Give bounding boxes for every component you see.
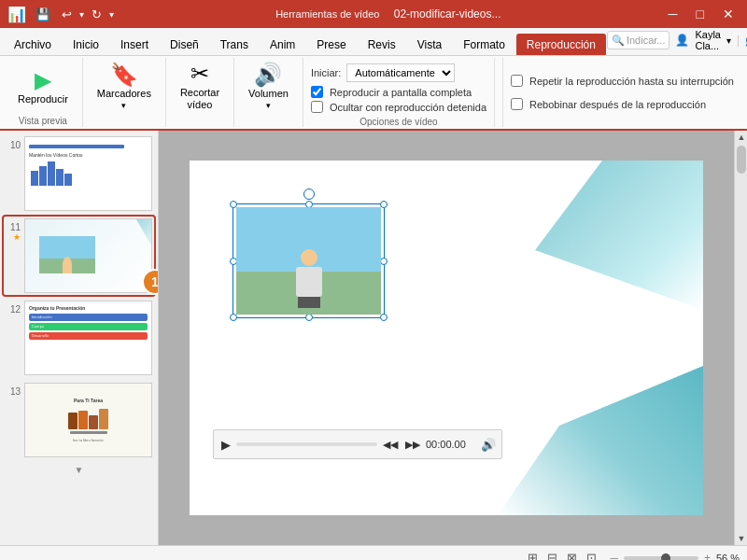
play-label: Reproducir: [18, 93, 68, 105]
slide-number-13: 13: [6, 386, 21, 397]
minimize-button[interactable]: ─: [663, 5, 684, 23]
scroll-up-arrow[interactable]: ▲: [735, 131, 747, 144]
ribbon: ▶ Reproducir Vista previa 🔖 Marcadores ▾…: [0, 56, 747, 131]
tab-reproduccion[interactable]: Reproducción: [516, 34, 606, 55]
person-legs: [298, 297, 320, 308]
volume-icon: 🔊: [254, 63, 282, 86]
video-progress-bar[interactable]: [236, 442, 377, 446]
tab-diseno[interactable]: Diseñ: [160, 34, 209, 55]
scroll-down-arrow[interactable]: ▼: [735, 532, 747, 545]
undo-dropdown-icon[interactable]: ▾: [79, 9, 84, 20]
tab-anim[interactable]: Anim: [260, 34, 305, 55]
bookmarks-icon: 🔖: [110, 63, 138, 86]
hide-checkbox[interactable]: [311, 101, 323, 113]
slide-panel: 1 10 Mantén los Vídeos Cortos: [0, 131, 159, 545]
ribbon-group-trim: ✂ Recortarvídeo .: [166, 58, 234, 127]
slide-canvas: ▶ ◀◀ ▶▶ 00:00.00 🔊: [190, 161, 703, 515]
volume-button[interactable]: 🔊 Volumen ▾: [242, 60, 295, 114]
bg-shape-bottom-right: [498, 366, 703, 515]
scroll-thumb[interactable]: [737, 146, 746, 174]
scroll-track: [735, 144, 747, 532]
start-select[interactable]: Automáticamente Al hacer clic: [346, 63, 455, 82]
filename: 02-modificar-videos...: [394, 7, 501, 21]
zoom-plus-icon: +: [704, 552, 711, 561]
fullscreen-label: Reproducir a pantalla completa: [330, 87, 472, 98]
volume-label: Volumen: [248, 88, 289, 99]
slide-thumb-13: Para Ti Tarea lee tu libro favorito: [24, 383, 152, 457]
slide-panel-scroll-down[interactable]: ▼: [4, 463, 154, 477]
tab-revis[interactable]: Revis: [358, 34, 406, 55]
user-name: Kayla Cla...: [695, 29, 721, 51]
zoom-slider-thumb[interactable]: [661, 553, 670, 561]
slide-number-11: 11: [6, 222, 21, 232]
user-dropdown-icon[interactable]: ▾: [726, 35, 731, 46]
tab-archivo[interactable]: Archivo: [4, 34, 62, 55]
preview-group-content: ▶ Reproducir: [11, 60, 75, 114]
user-separator: |: [737, 34, 740, 47]
bookmarks-dropdown: ▾: [121, 101, 126, 110]
slide-item-12[interactable]: 12 Organiza tu Presentación Introducción…: [4, 299, 154, 377]
video-play-button[interactable]: ▶: [219, 436, 233, 454]
view-reading-button[interactable]: ⊠: [565, 549, 579, 560]
tab-prese[interactable]: Prese: [306, 34, 356, 55]
close-button[interactable]: ✕: [717, 5, 740, 23]
video-scene: [236, 207, 381, 315]
slide-item-10[interactable]: 10 Mantén los Vídeos Cortos: [4, 134, 154, 213]
start-label: Iniciar:: [311, 67, 341, 78]
search-box[interactable]: 🔍 Indicar...: [607, 31, 670, 49]
main-area: 1 10 Mantén los Vídeos Cortos: [0, 131, 747, 545]
volume-button[interactable]: 🔊: [481, 438, 496, 452]
zoom-minus-icon: ─: [610, 552, 618, 561]
bookmarks-label: Marcadores: [97, 88, 151, 99]
play-button[interactable]: ▶ Reproducir: [11, 60, 75, 114]
trim-group-content: ✂ Recortarvídeo: [174, 60, 226, 114]
volume-group-content: 🔊 Volumen ▾: [242, 60, 295, 114]
tab-trans[interactable]: Trans: [210, 34, 259, 55]
bookmarks-button[interactable]: 🔖 Marcadores ▾: [91, 60, 158, 114]
volume-dropdown: ▾: [266, 101, 271, 110]
rewind-row: Rebobinar después de la reproducción: [511, 98, 734, 110]
handle-bl[interactable]: [230, 314, 237, 321]
options-row3: Ocultar con reproducción detenida: [311, 101, 486, 113]
slide-item-11[interactable]: 11 ★: [4, 217, 154, 295]
bookmarks-group-content: 🔖 Marcadores ▾: [91, 60, 158, 114]
video-forward-button[interactable]: ▶▶: [403, 437, 422, 453]
video-back-button[interactable]: ◀◀: [381, 437, 400, 453]
tab-vista[interactable]: Vista: [407, 34, 452, 55]
zoom-slider[interactable]: [624, 556, 698, 560]
tab-inicio[interactable]: Inicio: [63, 34, 109, 55]
bg-shape-top-right: [535, 161, 703, 310]
view-present-button[interactable]: ⊡: [585, 549, 599, 560]
hide-label: Ocultar con reproducción detenida: [330, 102, 486, 113]
canvas-scrollbar-v: ▲ ▼: [734, 131, 747, 545]
restore-button[interactable]: □: [691, 5, 710, 23]
handle-mr[interactable]: [380, 258, 388, 265]
rotate-handle[interactable]: [303, 189, 315, 200]
ribbon-tabs: Archivo Inicio Insert Diseñ Trans Anim P…: [0, 28, 747, 56]
person-body: [296, 267, 322, 297]
handle-tr[interactable]: [380, 201, 388, 208]
video-element[interactable]: [236, 207, 381, 315]
loop-checkbox[interactable]: [511, 75, 523, 87]
trim-button[interactable]: ✂ Recortarvídeo: [174, 60, 226, 114]
video-person: [290, 249, 328, 305]
search-placeholder: Indicar...: [627, 35, 666, 46]
handle-bm[interactable]: [305, 314, 313, 321]
slide-item-13[interactable]: 13 Para Ti Tarea lee tu libro favorito: [4, 381, 154, 459]
ribbon-group-bookmarks: 🔖 Marcadores ▾ .: [83, 58, 166, 127]
save-button[interactable]: 💾: [32, 6, 54, 23]
zoom-percent: 56 %: [716, 553, 740, 561]
ribbon-group-right-options: Repetir la reproducción hasta su interru…: [502, 58, 741, 127]
user-icon: 👤: [675, 34, 689, 47]
preview-group-label: Vista previa: [19, 114, 67, 126]
view-normal-button[interactable]: ⊞: [526, 549, 540, 560]
tab-insert[interactable]: Insert: [110, 34, 159, 55]
redo-button[interactable]: ↻: [88, 6, 106, 23]
slide-thumb-10: Mantén los Vídeos Cortos: [24, 136, 152, 211]
handle-br[interactable]: [380, 314, 388, 321]
view-grid-button[interactable]: ⊟: [545, 549, 559, 560]
fullscreen-checkbox[interactable]: [311, 86, 323, 98]
undo-button[interactable]: ↩: [58, 6, 76, 23]
tab-formato[interactable]: Formato: [453, 34, 515, 55]
rewind-checkbox[interactable]: [511, 98, 523, 110]
